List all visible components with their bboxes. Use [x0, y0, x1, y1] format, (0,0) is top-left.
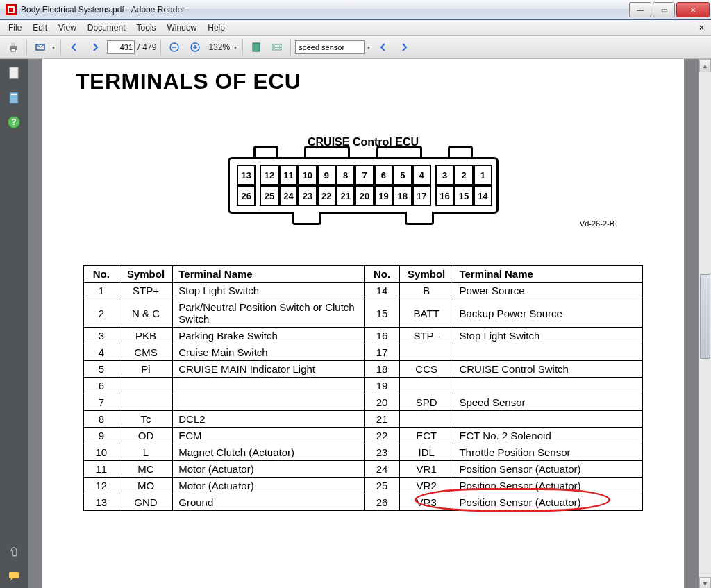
table-cell	[119, 394, 173, 411]
scroll-thumb[interactable]	[700, 274, 710, 359]
comments-panel-icon[interactable]	[7, 569, 21, 583]
table-cell: 1	[84, 283, 119, 299]
table-cell: Pi	[119, 361, 173, 378]
fit-page-button[interactable]	[247, 38, 265, 56]
table-cell	[453, 378, 643, 394]
scroll-track[interactable]	[699, 72, 711, 577]
page-number-input[interactable]	[107, 40, 135, 54]
connector-diagram: 13121110987654321 2625242322212019181716…	[228, 157, 499, 214]
zoom-dropdown-icon[interactable]: ▾	[234, 44, 238, 51]
pdf-page: TERMINALS OF ECU CRUISE Control ECU 1312…	[42, 59, 684, 588]
page-total: 479	[142, 42, 156, 52]
table-cell: Position Sensor (Actuator)	[453, 494, 643, 511]
find-input[interactable]	[295, 40, 365, 54]
print-button[interactable]	[4, 38, 22, 56]
menu-tools[interactable]: Tools	[131, 22, 162, 34]
separator	[290, 40, 291, 55]
connector-pin: 11	[279, 165, 298, 185]
table-cell: L	[119, 444, 173, 461]
bookmarks-panel-icon[interactable]	[7, 91, 21, 105]
table-cell: Power Source	[453, 283, 643, 299]
scroll-up-button[interactable]: ▲	[699, 59, 711, 72]
scroll-down-button[interactable]: ▼	[699, 577, 711, 588]
prev-page-button[interactable]	[65, 38, 83, 56]
table-cell: ECT	[399, 428, 453, 444]
connector-pin: 20	[355, 185, 374, 206]
connector-pin: 12	[260, 165, 278, 185]
table-cell: 7	[84, 394, 119, 411]
table-cell	[399, 411, 453, 428]
connector-pin: 15	[454, 185, 473, 206]
table-row: 720SPDSpeed Sensor	[84, 394, 643, 411]
table-row: 2N & CPark/Neutral Position Switch or Cl…	[84, 299, 643, 328]
fit-width-button[interactable]	[268, 38, 286, 56]
table-cell: Position Sensor (Actuator)	[453, 461, 643, 478]
table-cell: MO	[119, 478, 173, 494]
table-cell: 15	[365, 299, 400, 328]
vertical-scrollbar[interactable]: ▲ ▼	[699, 59, 711, 588]
table-cell: IDL	[399, 444, 453, 461]
table-cell: GND	[119, 494, 173, 511]
table-cell: 18	[365, 361, 400, 378]
menu-file[interactable]: File	[3, 22, 27, 34]
zoom-out-button[interactable]	[165, 38, 183, 56]
th-symbol: Symbol	[399, 266, 453, 283]
table-cell: 11	[84, 461, 119, 478]
zoom-in-button[interactable]	[186, 38, 204, 56]
menu-window[interactable]: Window	[162, 22, 203, 34]
separator	[160, 40, 161, 55]
menu-help[interactable]: Help	[202, 22, 231, 34]
table-cell: CCS	[399, 361, 453, 378]
next-page-button[interactable]	[86, 38, 104, 56]
app-icon	[6, 4, 17, 15]
svg-rect-12	[10, 67, 18, 78]
table-row: 5PiCRUISE MAIN Indicator Light18CCSCRUIS…	[84, 361, 643, 378]
maximize-button[interactable]: ▭	[653, 2, 675, 17]
table-cell: BATT	[399, 299, 453, 328]
attachments-panel-icon[interactable]	[7, 544, 21, 558]
help-icon[interactable]: ?	[8, 116, 20, 128]
pages-panel-icon[interactable]	[7, 66, 21, 80]
svg-rect-15	[9, 572, 19, 578]
connector-pin: 13	[237, 165, 256, 185]
svg-rect-3	[11, 49, 15, 51]
find-dropdown-icon[interactable]: ▾	[367, 44, 371, 51]
th-name: Terminal Name	[453, 266, 643, 283]
menu-document[interactable]: Document	[82, 22, 131, 34]
table-cell: Motor (Actuator)	[173, 478, 365, 494]
svg-rect-10	[253, 43, 260, 51]
table-cell: 19	[365, 378, 400, 394]
figure-reference: Vd-26-2-B	[580, 219, 614, 228]
zoom-level: 132%	[207, 42, 231, 52]
ecu-figure: CRUISE Control ECU 13121110987654321 262…	[42, 136, 684, 228]
table-cell: VR3	[399, 494, 453, 511]
table-cell: Cruise Main Switch	[173, 344, 365, 361]
connector-pin: 18	[393, 185, 412, 206]
connector-pin: 6	[374, 165, 393, 185]
connector-pin: 4	[412, 165, 431, 185]
connector-pin: 3	[435, 165, 454, 185]
email-button[interactable]	[31, 38, 49, 56]
table-cell: Stop Light Switch	[173, 283, 365, 299]
table-row: 9ODECM22ECTECT No. 2 Solenoid	[84, 428, 643, 444]
table-cell: 26	[365, 494, 400, 511]
table-cell: Magnet Clutch (Actuator)	[173, 444, 365, 461]
table-cell	[399, 378, 453, 394]
find-next-button[interactable]	[395, 38, 413, 56]
table-cell: Position Sensor (Actuator)	[453, 478, 643, 494]
table-cell: PKB	[119, 328, 173, 344]
menu-view[interactable]: View	[53, 22, 82, 34]
table-cell: SPD	[399, 394, 453, 411]
th-no: No.	[365, 266, 400, 283]
menu-edit[interactable]: Edit	[27, 22, 53, 34]
find-prev-button[interactable]	[374, 38, 392, 56]
table-cell: 6	[84, 378, 119, 394]
table-cell: 10	[84, 444, 119, 461]
document-viewport[interactable]: TERMINALS OF ECU CRUISE Control ECU 1312…	[28, 59, 699, 588]
close-button[interactable]: ✕	[676, 2, 710, 17]
minimize-button[interactable]: —	[629, 2, 651, 17]
table-cell: Ground	[173, 494, 365, 511]
email-dropdown-icon[interactable]: ▾	[52, 44, 56, 51]
menu-close-doc[interactable]: ×	[695, 23, 708, 33]
table-cell	[173, 378, 365, 394]
